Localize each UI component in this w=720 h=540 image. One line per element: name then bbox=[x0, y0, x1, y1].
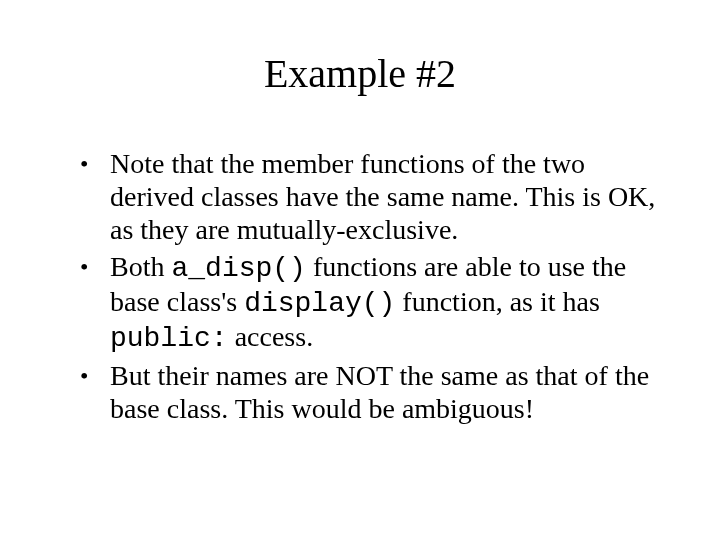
slide-title: Example #2 bbox=[50, 50, 670, 97]
bullet-text: But their names are NOT the same as that… bbox=[110, 360, 649, 424]
bullet-text: access. bbox=[228, 321, 314, 352]
code-span: display() bbox=[244, 288, 395, 319]
list-item: Note that the member functions of the tw… bbox=[80, 147, 660, 246]
bullet-text: Note that the member functions of the tw… bbox=[110, 148, 655, 245]
code-span: public: bbox=[110, 323, 228, 354]
bullet-list: Note that the member functions of the tw… bbox=[50, 147, 670, 425]
slide: Example #2 Note that the member function… bbox=[0, 0, 720, 540]
bullet-text: function, as it has bbox=[395, 286, 600, 317]
bullet-text: Both bbox=[110, 251, 171, 282]
list-item: Both a_disp() functions are able to use … bbox=[80, 250, 660, 355]
code-span: a_disp() bbox=[171, 253, 305, 284]
list-item: But their names are NOT the same as that… bbox=[80, 359, 660, 425]
